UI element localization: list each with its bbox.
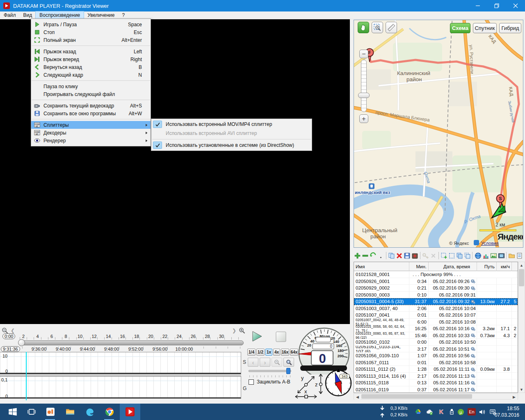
menu-item[interactable]: Вернуться назадB <box>31 63 151 71</box>
map-zoom-handle[interactable] <box>358 93 370 98</box>
horizontal-scroll-thumb[interactable] <box>361 394 472 399</box>
timeline-slider-handle[interactable] <box>18 339 25 346</box>
menubar-item[interactable]: Файл <box>0 11 20 19</box>
edge-browser-icon[interactable] <box>80 404 99 420</box>
globe-icon[interactable] <box>474 251 482 260</box>
map-type-satellite[interactable]: Спутник <box>473 23 497 33</box>
map-ruler-button[interactable] <box>386 22 397 33</box>
selectadd-icon[interactable] <box>440 251 447 260</box>
menu-item[interactable]: Играть / ПаузаSpace <box>31 21 151 28</box>
menu-item[interactable]: Сохранить текущий видеокадрAlt+S <box>31 102 151 110</box>
restore-button[interactable] <box>487 0 506 11</box>
report-icon[interactable] <box>516 251 523 260</box>
file-row[interactable]: 02051007_00410:0105.02.2016 10:07 <box>354 312 518 319</box>
kaspersky-icon[interactable]: K <box>437 408 445 415</box>
map-panel[interactable]: F S Схема Спутник Гибрид − + Калининский… <box>354 20 523 248</box>
cloud-sync-icon[interactable] <box>426 408 433 415</box>
submenu-item[interactable]: Использовать встроенный MOV/MP4 сплиттер <box>151 120 312 129</box>
menu-item[interactable]: CODECСплиттеры <box>31 121 151 129</box>
chart-icon[interactable] <box>482 251 489 260</box>
menu-item[interactable]: Пауза по клику <box>31 82 151 90</box>
map-pan-button[interactable] <box>358 22 369 33</box>
scroll-left-icon[interactable]: ◀ <box>354 394 361 400</box>
horizontal-scrollbar[interactable]: ◀ ▶ <box>354 393 518 399</box>
file-row[interactable]: 02051033_0080, 83, 85, 87, 93, 96 (22)15… <box>354 332 518 339</box>
speed-4x-button[interactable]: 4x <box>273 349 280 356</box>
play-button[interactable] <box>251 331 263 342</box>
menu-item[interactable]: Прыжок назадLeft <box>31 48 151 55</box>
repair-icon[interactable] <box>411 251 419 260</box>
scroll-right-icon[interactable]: ▶ <box>511 394 517 400</box>
remove-icon[interactable] <box>362 251 369 260</box>
file-row[interactable]: 02050931_0004-5 (33)31:3705.02.2016 09:3… <box>354 298 518 305</box>
menu-item[interactable]: СтопEsc <box>31 28 151 36</box>
file-row[interactable]: 02051015_0056, 58, 60, 62, 64, 71, 75 (.… <box>354 325 518 332</box>
file-row[interactable]: 02051116_01190:3705.02.2016 11:17 <box>354 386 518 393</box>
file-row[interactable]: 02051111_0112 (2)1:2805.02.2016 11:110.0… <box>354 366 518 373</box>
refresh-icon[interactable] <box>370 251 377 260</box>
speed-1/4-button[interactable]: 1/4 <box>247 349 256 356</box>
film-icon[interactable] <box>498 251 505 260</box>
z-axis-handle[interactable] <box>320 383 322 386</box>
clock[interactable]: 18:55 07.03.2016 <box>495 405 519 418</box>
add-icon[interactable] <box>354 251 361 260</box>
prev-file-button[interactable]: ‹ <box>248 358 258 367</box>
menu-item[interactable]: Прыжок впередRight <box>31 55 151 63</box>
file-row[interactable]: 01021528_0001. . . Просмотр 99% . . . <box>354 271 518 278</box>
copy-icon[interactable] <box>388 251 395 260</box>
column-header-extra[interactable] <box>512 262 517 271</box>
volume-slider-handle[interactable] <box>286 368 290 374</box>
datakam-player-icon[interactable] <box>120 404 140 420</box>
scroll-down-icon[interactable]: ▼ <box>518 386 525 393</box>
menu-item[interactable]: CODECДекодеры <box>31 129 151 137</box>
utorrent-icon[interactable]: µ <box>457 408 464 415</box>
column-header[interactable]: Мин. <box>409 262 429 271</box>
file-row[interactable]: 02050926_00010:3405.02.2016 09:26 <box>354 278 518 285</box>
selectmulti2-icon[interactable] <box>463 251 471 260</box>
map-zoom-in-button[interactable]: + <box>359 114 368 123</box>
timeline-scroll-right-icon[interactable]: ❯ <box>232 328 236 333</box>
file-row[interactable]: 02051057_01110:0105.02.2016 10:58 <box>354 359 518 366</box>
menubar-item[interactable]: Вид <box>20 11 36 19</box>
speed-1/2-button[interactable]: 1/2 <box>256 349 265 356</box>
dot-icon[interactable] <box>377 251 385 260</box>
language-indicator[interactable]: En <box>468 408 476 415</box>
map-zoom-select-button[interactable] <box>372 22 383 33</box>
volume-slider-track[interactable] <box>249 370 291 372</box>
vertical-scroll-thumb[interactable] <box>519 269 524 286</box>
map-terms-link[interactable]: Условия использования <box>481 241 523 248</box>
selectmulti-icon[interactable] <box>456 251 463 260</box>
file-row[interactable]: 02051056_0109-1101:0705.02.2016 10:56 <box>354 352 518 359</box>
media-app-icon[interactable] <box>41 404 60 420</box>
save-icon[interactable] <box>404 251 411 260</box>
file-row[interactable]: 02050930_00030:1005.02.2016 09:31 <box>354 292 518 299</box>
key-icon[interactable] <box>422 251 429 260</box>
menu-item[interactable]: Сохранить все окно программыAlt+W <box>31 110 151 117</box>
chrome-browser-icon[interactable] <box>100 404 119 420</box>
speed-1x-button[interactable]: 1x <box>265 349 272 356</box>
submenu-item[interactable]: Использовать встроенный AVI сплиттер <box>151 129 312 138</box>
menubar-item[interactable]: Увеличение <box>84 11 118 19</box>
file-row[interactable]: 02051050_01020:0005.02.2016 10:50 <box>354 339 518 346</box>
playback-cursor-line[interactable] <box>26 352 27 400</box>
timeline-zoom-in-icon[interactable] <box>239 327 245 334</box>
y-axis-handle[interactable] <box>305 383 308 386</box>
delete-icon[interactable] <box>396 251 403 260</box>
file-row[interactable]: 02051113_0114, 116 (4)2:1705.02.2016 11:… <box>354 373 518 380</box>
menu-item[interactable]: Проигрывать следующий файл <box>31 90 151 98</box>
menu-item[interactable]: Полный экранAlt+Enter <box>31 36 151 44</box>
speed-graph[interactable] <box>0 352 241 374</box>
menu-item[interactable]: Рендерер <box>31 137 151 144</box>
file-row[interactable]: 02050929_00020:2105.02.2016 09:30 <box>354 285 518 292</box>
volume-icon[interactable] <box>478 408 486 415</box>
stop-button[interactable] <box>276 331 286 342</box>
timeline-zoom-out-icon[interactable] <box>2 327 8 334</box>
folder-icon[interactable] <box>508 251 516 260</box>
menu-item[interactable]: Следующий кадрN <box>31 71 151 79</box>
scroll-up-icon[interactable]: ▲ <box>518 262 525 268</box>
gsensor-graph[interactable] <box>0 376 241 399</box>
graph-zoom-in-button[interactable] <box>283 358 294 367</box>
table-header[interactable]: ИмяМин.Дата, времяПутькм/ч <box>354 262 518 271</box>
column-header[interactable]: Путь <box>477 262 497 271</box>
start-button[interactable] <box>3 404 22 420</box>
